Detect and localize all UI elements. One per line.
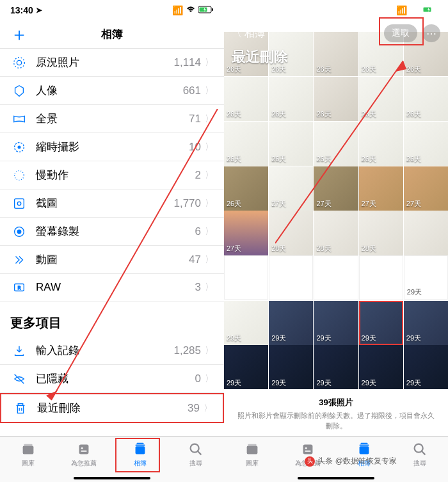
- photo-cell[interactable]: 26天: [224, 166, 268, 211]
- album-label: 截圖: [36, 196, 173, 211]
- album-count: 39: [188, 402, 200, 415]
- tab-label: 圖庫: [22, 459, 35, 468]
- photo-cell[interactable]: 27天: [314, 166, 358, 211]
- days-label: 29天: [362, 333, 376, 343]
- album-count: 1,285: [173, 344, 201, 357]
- photo-cell[interactable]: 29天: [404, 345, 448, 389]
- album-row-pano[interactable]: 全景 71 〉: [0, 105, 224, 133]
- photo-cell[interactable]: 27天: [359, 166, 403, 211]
- days-label: 26天: [227, 109, 241, 119]
- album-count: 1,114: [173, 56, 201, 69]
- days-label: 29天: [362, 378, 376, 388]
- photo-cell[interactable]: 26天: [269, 122, 313, 166]
- home-indicator[interactable]: [298, 477, 374, 479]
- album-row-animated[interactable]: 動圖 47 〉: [0, 246, 224, 274]
- album-label: 人像: [36, 83, 183, 98]
- photo-cell[interactable]: 26天: [359, 122, 403, 166]
- tab-label: 相簿: [134, 459, 147, 468]
- slomo-icon: [10, 168, 28, 182]
- album-row-portrait[interactable]: 人像 661 〉: [0, 77, 224, 105]
- photo-cell[interactable]: 26天: [404, 77, 448, 121]
- days-label: 26天: [271, 154, 286, 164]
- album-row-screenshot[interactable]: 截圖 1,770 〉: [0, 189, 224, 218]
- photo-cell[interactable]: [314, 255, 358, 300]
- photo-cell[interactable]: 27天: [404, 166, 448, 211]
- trash-icon: [12, 401, 29, 415]
- days-label: 29天: [316, 333, 331, 343]
- back-label: 相簿: [244, 27, 265, 40]
- album-count: 71: [189, 113, 201, 125]
- tab-foryou[interactable]: 為您推薦: [56, 437, 113, 472]
- photo-cell[interactable]: 26天: [269, 77, 313, 121]
- album-row-record[interactable]: 螢幕錄製 6 〉: [0, 218, 224, 246]
- svg-point-39: [415, 444, 423, 452]
- album-row-timelapse[interactable]: 縮時攝影 10 〉: [0, 133, 224, 161]
- svg-rect-32: [248, 444, 256, 446]
- photo-cell[interactable]: 27天: [269, 166, 313, 211]
- photo-cell[interactable]: 29天: [314, 301, 358, 345]
- photo-cell[interactable]: 29天: [359, 345, 403, 389]
- album-row-live[interactable]: 原況照片 1,114 〉: [0, 49, 224, 77]
- page-title: 相簿: [101, 27, 123, 42]
- photo-cell[interactable]: 29天: [269, 345, 313, 389]
- photo-cell[interactable]: 29天: [404, 301, 448, 345]
- photo-cell[interactable]: 26天: [314, 77, 358, 121]
- photo-cell[interactable]: 26天: [404, 122, 448, 166]
- photo-cell[interactable]: 27天: [224, 211, 268, 255]
- photo-cell[interactable]: 29天: [314, 345, 358, 389]
- select-button[interactable]: 選取: [384, 24, 417, 42]
- tab-albums[interactable]: 相簿: [112, 437, 168, 472]
- tab-library[interactable]: 圖庫: [0, 437, 56, 472]
- photo-cell[interactable]: 29天: [404, 255, 448, 300]
- tab-search[interactable]: 搜尋: [392, 437, 449, 472]
- footer-count: 39張照片: [237, 397, 435, 408]
- album-row-slomo[interactable]: 慢動作 2 〉: [0, 161, 224, 189]
- photo-cell[interactable]: 26天: [224, 77, 268, 121]
- days-label: 29天: [407, 287, 422, 297]
- phone-left: 13:40 ➤ 📶 ＋ 相簿 原況照片 1,114 〉 人像 661: [0, 0, 224, 482]
- chevron-icon: 〉: [205, 345, 214, 357]
- photo-cell[interactable]: 26天: [314, 122, 358, 166]
- album-row-deleted[interactable]: 最近刪除 39 〉: [0, 393, 224, 423]
- home-indicator[interactable]: [74, 477, 150, 479]
- svg-point-34: [305, 447, 307, 449]
- wifi-icon: [410, 5, 420, 15]
- signal-icon: 📶: [396, 5, 407, 15]
- album-list[interactable]: 原況照片 1,114 〉 人像 661 〉 全景 71 〉 縮時攝影 10 〉 …: [0, 49, 224, 436]
- album-label: 最近刪除: [37, 401, 188, 415]
- import-icon: [10, 344, 28, 358]
- days-label: 29天: [406, 333, 421, 343]
- photo-cell[interactable]: 29天: [224, 345, 268, 389]
- tab-search[interactable]: 搜尋: [168, 437, 225, 472]
- photo-cell[interactable]: [269, 255, 313, 300]
- section-more: 更多項目: [0, 301, 224, 337]
- days-label: 28天: [362, 244, 376, 253]
- svg-rect-31: [246, 446, 257, 454]
- album-row-raw[interactable]: R RAW 3 〉: [0, 274, 224, 301]
- svg-rect-37: [359, 444, 369, 446]
- photo-cell[interactable]: [404, 211, 448, 255]
- svg-rect-33: [303, 444, 313, 454]
- svg-point-19: [81, 447, 83, 449]
- more-button[interactable]: ⋯: [422, 24, 440, 42]
- album-row-hidden[interactable]: 已隱藏 0 〉: [0, 365, 224, 393]
- photo-cell[interactable]: [224, 255, 268, 300]
- back-button[interactable]: 〈 相簿: [232, 27, 265, 40]
- album-label: 動圖: [36, 252, 189, 267]
- photo-cell[interactable]: 28天: [359, 211, 403, 255]
- add-button[interactable]: ＋: [10, 22, 28, 47]
- days-label: 29天: [271, 333, 286, 343]
- photo-cell[interactable]: 28天: [269, 211, 313, 255]
- album-row-import[interactable]: 輸入記錄 1,285 〉: [0, 337, 224, 365]
- photo-cell[interactable]: 28天: [314, 211, 358, 255]
- chevron-icon: 〉: [205, 226, 214, 237]
- photo-cell[interactable]: 26天: [359, 77, 403, 121]
- album-count: 47: [189, 253, 201, 266]
- photo-cell[interactable]: 26天: [224, 122, 268, 166]
- signal-icon: 📶: [172, 5, 183, 15]
- photo-cell[interactable]: 29天: [359, 301, 403, 345]
- photo-cell[interactable]: [359, 255, 403, 300]
- photo-cell[interactable]: 29天: [269, 301, 313, 345]
- photo-cell[interactable]: 29天: [224, 301, 268, 345]
- tab-library[interactable]: 圖庫: [224, 437, 280, 472]
